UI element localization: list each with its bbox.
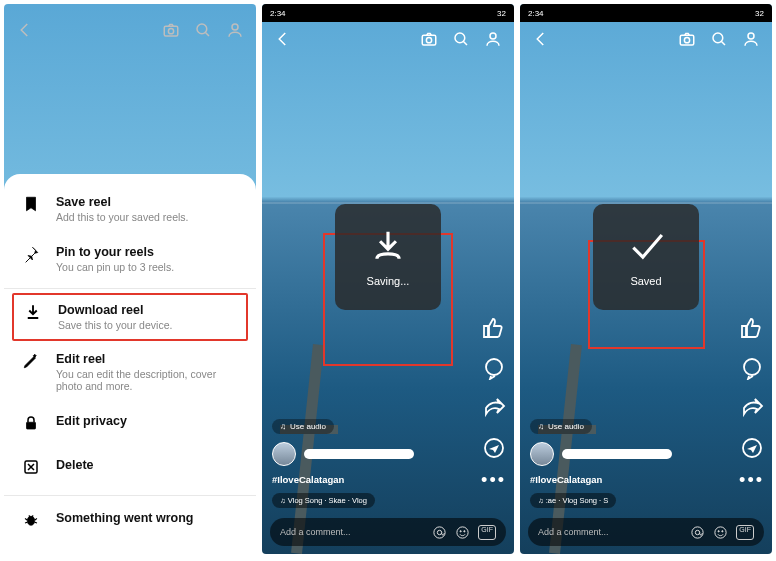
toast-saved: Saved — [593, 204, 699, 310]
send-icon[interactable] — [482, 436, 506, 460]
music-chip[interactable]: ♫ :ae · Vlog Song · S — [530, 493, 616, 508]
action-sheet: Save reelAdd this to your saved reels. P… — [4, 174, 256, 554]
svg-point-28 — [722, 530, 723, 531]
option-sub: You can pin up to 3 reels. — [56, 261, 174, 273]
svg-point-3 — [232, 24, 238, 30]
option-delete[interactable]: Delete — [4, 447, 256, 491]
gif-icon[interactable]: GIF — [478, 525, 496, 540]
pencil-icon — [22, 352, 42, 374]
panel-3-saved: 2:34 32 Saved ••• ♫Use audio #Ilove — [520, 4, 772, 554]
option-title: Edit reel — [56, 352, 238, 366]
emoji-icon[interactable] — [455, 525, 470, 540]
gif-icon[interactable]: GIF — [736, 525, 754, 540]
reel-meta: ♫Use audio #IloveCalatagan ♫ :ae · Vlog … — [530, 419, 712, 508]
use-audio-chip[interactable]: ♫Use audio — [530, 419, 592, 434]
svg-point-19 — [684, 38, 689, 43]
svg-rect-7 — [422, 35, 436, 45]
option-download-reel[interactable]: Download reelSave this to your device. — [24, 303, 236, 331]
music-chip[interactable]: ♫ Vlog Song · Skae · Vlog — [272, 493, 375, 508]
status-time: 2:34 — [528, 9, 544, 18]
share-icon[interactable] — [482, 396, 506, 420]
option-title: Delete — [56, 458, 94, 472]
more-icon[interactable]: ••• — [481, 476, 506, 484]
svg-point-25 — [696, 530, 700, 534]
download-icon — [24, 303, 44, 325]
divider — [4, 288, 256, 289]
highlight-download: Download reelSave this to your device. — [12, 293, 248, 341]
option-edit-privacy[interactable]: Edit privacy — [4, 403, 256, 447]
avatar[interactable] — [272, 442, 296, 466]
search-icon[interactable] — [194, 21, 212, 39]
option-title: Save reel — [56, 195, 189, 209]
camera-icon[interactable] — [162, 21, 180, 39]
option-title: Something went wrong — [56, 511, 194, 525]
x-box-icon — [22, 458, 42, 480]
lock-icon — [22, 414, 42, 436]
comment-placeholder: Add a comment... — [280, 527, 351, 537]
svg-rect-4 — [27, 422, 36, 429]
svg-point-15 — [457, 526, 468, 537]
avatar[interactable] — [530, 442, 554, 466]
top-bar — [262, 22, 514, 56]
camera-icon[interactable] — [678, 30, 696, 48]
hashtag[interactable]: #IloveCalatagan — [530, 474, 712, 485]
option-title: Download reel — [58, 303, 172, 317]
option-something-wrong[interactable]: Something went wrong — [4, 500, 256, 544]
hashtag[interactable]: #IloveCalatagan — [272, 474, 454, 485]
search-icon[interactable] — [452, 30, 470, 48]
profile-icon[interactable] — [742, 30, 760, 48]
reel-meta: ♫Use audio #IloveCalatagan ♫ Vlog Song ·… — [272, 419, 454, 508]
option-sub: Save this to your device. — [58, 319, 172, 331]
mention-icon[interactable] — [432, 525, 447, 540]
svg-point-17 — [464, 530, 465, 531]
check-icon — [627, 227, 665, 265]
emoji-icon[interactable] — [713, 525, 728, 540]
download-icon — [369, 227, 407, 265]
option-save-reel[interactable]: Save reelAdd this to your saved reels. — [4, 184, 256, 234]
option-sub: Add this to your saved reels. — [56, 211, 189, 223]
back-icon[interactable] — [274, 30, 292, 48]
bug-icon — [22, 511, 42, 533]
username[interactable] — [562, 449, 672, 459]
more-icon[interactable]: ••• — [739, 476, 764, 484]
svg-point-1 — [168, 29, 173, 34]
option-title: Edit privacy — [56, 414, 127, 428]
like-icon[interactable] — [482, 316, 506, 340]
profile-icon[interactable] — [484, 30, 502, 48]
status-battery: 32 — [755, 9, 764, 18]
back-icon[interactable] — [16, 21, 34, 39]
svg-point-21 — [748, 33, 754, 39]
toast-saving: Saving... — [335, 204, 441, 310]
username[interactable] — [304, 449, 414, 459]
comment-icon[interactable] — [740, 356, 764, 380]
svg-point-27 — [718, 530, 719, 531]
pin-icon — [22, 245, 42, 267]
top-bar — [4, 4, 256, 56]
svg-point-13 — [434, 526, 445, 537]
svg-point-14 — [438, 530, 442, 534]
comment-placeholder: Add a comment... — [538, 527, 609, 537]
toast-label: Saving... — [367, 275, 410, 287]
svg-point-11 — [486, 359, 502, 375]
comment-icon[interactable] — [482, 356, 506, 380]
mention-icon[interactable] — [690, 525, 705, 540]
back-icon[interactable] — [532, 30, 550, 48]
like-icon[interactable] — [740, 316, 764, 340]
option-pin-reel[interactable]: Pin to your reelsYou can pin up to 3 ree… — [4, 234, 256, 284]
share-icon[interactable] — [740, 396, 764, 420]
profile-icon[interactable] — [226, 21, 244, 39]
svg-point-22 — [744, 359, 760, 375]
svg-rect-0 — [164, 26, 178, 36]
comment-bar[interactable]: Add a comment... GIF — [528, 518, 764, 546]
panel-1-menu: Save reelAdd this to your saved reels. P… — [4, 4, 256, 554]
option-edit-reel[interactable]: Edit reelYou can edit the description, c… — [4, 341, 256, 403]
search-icon[interactable] — [710, 30, 728, 48]
comment-bar[interactable]: Add a comment... GIF — [270, 518, 506, 546]
use-audio-chip[interactable]: ♫Use audio — [272, 419, 334, 434]
option-title: Pin to your reels — [56, 245, 174, 259]
send-icon[interactable] — [740, 436, 764, 460]
status-battery: 32 — [497, 9, 506, 18]
svg-point-6 — [27, 516, 35, 525]
camera-icon[interactable] — [420, 30, 438, 48]
reel-actions: ••• — [739, 316, 764, 484]
